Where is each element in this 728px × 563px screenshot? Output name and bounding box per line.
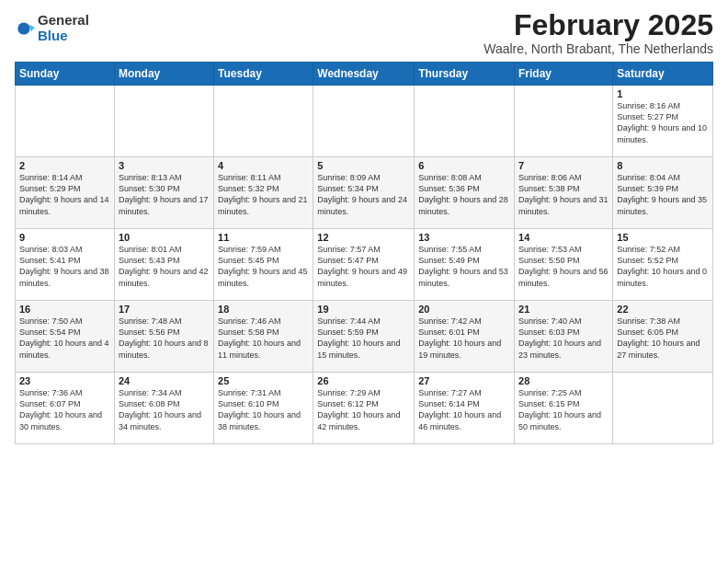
day-number-23: 23 — [19, 375, 110, 386]
day-number-7: 7 — [518, 160, 609, 171]
week-row-3: 16Sunrise: 7:50 AM Sunset: 5:54 PM Dayli… — [16, 301, 713, 373]
day-cell-5: 5Sunrise: 8:09 AM Sunset: 5:34 PM Daylig… — [313, 157, 415, 229]
week-row-1: 2Sunrise: 8:14 AM Sunset: 5:29 PM Daylig… — [16, 157, 713, 229]
day-number-17: 17 — [119, 304, 210, 315]
day-number-14: 14 — [518, 232, 609, 243]
day-info-19: Sunrise: 7:44 AM Sunset: 5:59 PM Dayligh… — [317, 316, 410, 361]
title-area: February 2025 Waalre, North Brabant, The… — [483, 9, 713, 56]
logo-text: General Blue — [38, 13, 89, 43]
day-info-8: Sunrise: 8:04 AM Sunset: 5:39 PM Dayligh… — [617, 172, 709, 217]
day-cell-9: 9Sunrise: 8:03 AM Sunset: 5:41 PM Daylig… — [16, 229, 115, 301]
logo-icon — [15, 18, 35, 39]
day-number-9: 9 — [19, 232, 110, 243]
day-cell-22: 22Sunrise: 7:38 AM Sunset: 6:05 PM Dayli… — [613, 301, 713, 373]
day-cell-3: 3Sunrise: 8:13 AM Sunset: 5:30 PM Daylig… — [114, 157, 213, 229]
day-number-28: 28 — [518, 375, 609, 386]
weekday-header-friday: Friday — [515, 63, 613, 86]
day-number-4: 4 — [218, 160, 309, 171]
svg-point-0 — [17, 22, 29, 34]
day-info-21: Sunrise: 7:40 AM Sunset: 6:03 PM Dayligh… — [518, 316, 609, 361]
day-cell-25: 25Sunrise: 7:31 AM Sunset: 6:10 PM Dayli… — [214, 373, 313, 444]
day-info-20: Sunrise: 7:42 AM Sunset: 6:01 PM Dayligh… — [418, 316, 510, 361]
day-number-5: 5 — [317, 160, 410, 171]
day-number-18: 18 — [218, 304, 309, 315]
day-cell-8: 8Sunrise: 8:04 AM Sunset: 5:39 PM Daylig… — [613, 157, 713, 229]
day-number-3: 3 — [119, 160, 210, 171]
empty-cell — [613, 373, 713, 444]
day-cell-27: 27Sunrise: 7:27 AM Sunset: 6:14 PM Dayli… — [415, 373, 515, 444]
day-cell-28: 28Sunrise: 7:25 AM Sunset: 6:15 PM Dayli… — [515, 373, 613, 444]
day-cell-13: 13Sunrise: 7:55 AM Sunset: 5:49 PM Dayli… — [415, 229, 515, 301]
weekday-header-monday: Monday — [114, 63, 213, 86]
month-title: February 2025 — [483, 9, 713, 41]
location: Waalre, North Brabant, The Netherlands — [483, 41, 713, 56]
day-cell-19: 19Sunrise: 7:44 AM Sunset: 5:59 PM Dayli… — [313, 301, 415, 373]
day-cell-10: 10Sunrise: 8:01 AM Sunset: 5:43 PM Dayli… — [114, 229, 213, 301]
calendar-table: SundayMondayTuesdayWednesdayThursdayFrid… — [15, 62, 713, 444]
day-info-6: Sunrise: 8:08 AM Sunset: 5:36 PM Dayligh… — [418, 172, 510, 217]
day-number-11: 11 — [218, 232, 309, 243]
day-number-26: 26 — [317, 375, 410, 386]
day-info-17: Sunrise: 7:48 AM Sunset: 5:56 PM Dayligh… — [119, 316, 210, 361]
day-number-22: 22 — [617, 304, 709, 315]
day-info-28: Sunrise: 7:25 AM Sunset: 6:15 PM Dayligh… — [518, 387, 609, 432]
day-info-5: Sunrise: 8:09 AM Sunset: 5:34 PM Dayligh… — [317, 172, 410, 217]
day-cell-17: 17Sunrise: 7:48 AM Sunset: 5:56 PM Dayli… — [114, 301, 213, 373]
empty-cell — [415, 86, 515, 157]
day-number-24: 24 — [119, 375, 210, 386]
day-number-25: 25 — [218, 375, 309, 386]
weekday-header-saturday: Saturday — [613, 63, 713, 86]
day-info-14: Sunrise: 7:53 AM Sunset: 5:50 PM Dayligh… — [518, 244, 609, 289]
day-number-2: 2 — [19, 160, 110, 171]
day-number-10: 10 — [119, 232, 210, 243]
day-number-27: 27 — [418, 375, 510, 386]
day-info-9: Sunrise: 8:03 AM Sunset: 5:41 PM Dayligh… — [19, 244, 110, 289]
page: General Blue February 2025 Waalre, North… — [0, 0, 728, 454]
day-info-12: Sunrise: 7:57 AM Sunset: 5:47 PM Dayligh… — [317, 244, 410, 289]
day-info-25: Sunrise: 7:31 AM Sunset: 6:10 PM Dayligh… — [218, 387, 309, 432]
day-info-26: Sunrise: 7:29 AM Sunset: 6:12 PM Dayligh… — [317, 387, 410, 432]
day-number-21: 21 — [518, 304, 609, 315]
logo-general: General — [38, 13, 89, 29]
day-cell-1: 1Sunrise: 8:16 AM Sunset: 5:27 PM Daylig… — [613, 86, 713, 157]
weekday-header-row: SundayMondayTuesdayWednesdayThursdayFrid… — [16, 63, 713, 86]
day-number-12: 12 — [317, 232, 410, 243]
day-info-22: Sunrise: 7:38 AM Sunset: 6:05 PM Dayligh… — [617, 316, 709, 361]
day-number-16: 16 — [19, 304, 110, 315]
day-number-19: 19 — [317, 304, 410, 315]
day-info-24: Sunrise: 7:34 AM Sunset: 6:08 PM Dayligh… — [119, 387, 210, 432]
day-number-13: 13 — [418, 232, 510, 243]
week-row-0: 1Sunrise: 8:16 AM Sunset: 5:27 PM Daylig… — [16, 86, 713, 157]
day-cell-6: 6Sunrise: 8:08 AM Sunset: 5:36 PM Daylig… — [415, 157, 515, 229]
day-cell-2: 2Sunrise: 8:14 AM Sunset: 5:29 PM Daylig… — [16, 157, 115, 229]
weekday-header-tuesday: Tuesday — [214, 63, 313, 86]
empty-cell — [515, 86, 613, 157]
empty-cell — [313, 86, 415, 157]
empty-cell — [214, 86, 313, 157]
day-number-6: 6 — [418, 160, 510, 171]
day-info-3: Sunrise: 8:13 AM Sunset: 5:30 PM Dayligh… — [119, 172, 210, 217]
week-row-2: 9Sunrise: 8:03 AM Sunset: 5:41 PM Daylig… — [16, 229, 713, 301]
day-number-1: 1 — [617, 88, 709, 99]
weekday-header-wednesday: Wednesday — [313, 63, 415, 86]
day-info-15: Sunrise: 7:52 AM Sunset: 5:52 PM Dayligh… — [617, 244, 709, 289]
empty-cell — [114, 86, 213, 157]
day-cell-23: 23Sunrise: 7:36 AM Sunset: 6:07 PM Dayli… — [16, 373, 115, 444]
day-cell-12: 12Sunrise: 7:57 AM Sunset: 5:47 PM Dayli… — [313, 229, 415, 301]
day-info-27: Sunrise: 7:27 AM Sunset: 6:14 PM Dayligh… — [418, 387, 510, 432]
day-info-4: Sunrise: 8:11 AM Sunset: 5:32 PM Dayligh… — [218, 172, 309, 217]
day-info-18: Sunrise: 7:46 AM Sunset: 5:58 PM Dayligh… — [218, 316, 309, 361]
logo-blue: Blue — [38, 29, 89, 44]
week-row-4: 23Sunrise: 7:36 AM Sunset: 6:07 PM Dayli… — [16, 373, 713, 444]
day-number-8: 8 — [617, 160, 709, 171]
weekday-header-sunday: Sunday — [16, 63, 115, 86]
day-cell-21: 21Sunrise: 7:40 AM Sunset: 6:03 PM Dayli… — [515, 301, 613, 373]
day-cell-18: 18Sunrise: 7:46 AM Sunset: 5:58 PM Dayli… — [214, 301, 313, 373]
day-cell-24: 24Sunrise: 7:34 AM Sunset: 6:08 PM Dayli… — [114, 373, 213, 444]
day-number-20: 20 — [418, 304, 510, 315]
day-number-15: 15 — [617, 232, 709, 243]
day-cell-11: 11Sunrise: 7:59 AM Sunset: 5:45 PM Dayli… — [214, 229, 313, 301]
weekday-header-thursday: Thursday — [415, 63, 515, 86]
empty-cell — [16, 86, 115, 157]
day-cell-4: 4Sunrise: 8:11 AM Sunset: 5:32 PM Daylig… — [214, 157, 313, 229]
